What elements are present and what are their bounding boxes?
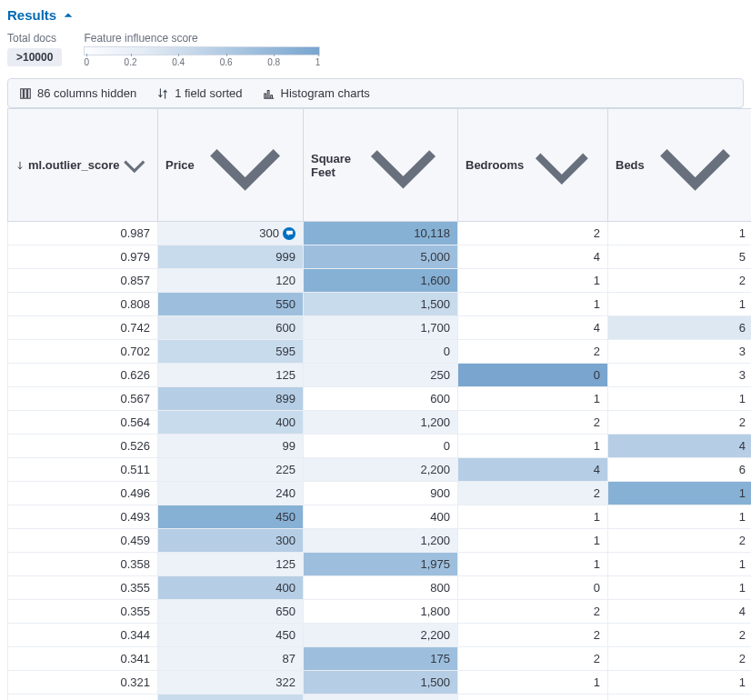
table-row[interactable]: 0.8571201,60012 bbox=[8, 269, 752, 293]
info-popover-button[interactable] bbox=[283, 227, 295, 240]
table-cell[interactable]: 400 bbox=[304, 505, 458, 529]
table-cell[interactable]: 175 bbox=[304, 647, 458, 671]
table-cell[interactable]: 120 bbox=[158, 269, 304, 293]
table-cell[interactable]: 3 bbox=[608, 340, 752, 364]
table-row[interactable]: 0.3418717522 bbox=[8, 647, 752, 671]
table-cell[interactable]: 450 bbox=[158, 624, 304, 647]
table-cell[interactable]: 400 bbox=[158, 576, 304, 600]
table-cell[interactable]: 999 bbox=[158, 245, 304, 269]
table-cell[interactable]: 1,700 bbox=[304, 316, 458, 340]
table-cell[interactable]: 4 bbox=[458, 316, 608, 340]
table-cell[interactable]: 5,000 bbox=[304, 245, 458, 269]
table-cell[interactable]: 1 bbox=[458, 505, 608, 529]
table-cell[interactable]: 1 bbox=[458, 293, 608, 316]
table-cell[interactable]: 2 bbox=[608, 529, 752, 553]
table-cell[interactable]: 0.358 bbox=[8, 553, 158, 576]
table-cell[interactable]: 2 bbox=[458, 600, 608, 624]
table-row[interactable]: 0.3213221,50011 bbox=[8, 671, 752, 695]
table-cell[interactable]: 2 bbox=[608, 624, 752, 647]
table-cell[interactable]: 900 bbox=[304, 482, 458, 505]
histogram-button[interactable]: Histogram charts bbox=[263, 86, 370, 100]
table-row[interactable]: 0.62612525003 bbox=[8, 364, 752, 387]
table-row[interactable]: 0.49624090021 bbox=[8, 482, 752, 505]
table-cell[interactable]: 240 bbox=[158, 482, 304, 505]
table-row[interactable]: 0.5644001,20022 bbox=[8, 411, 752, 435]
table-cell[interactable]: 4 bbox=[458, 245, 608, 269]
table-cell[interactable]: 0.702 bbox=[8, 340, 158, 364]
table-cell[interactable]: 4 bbox=[608, 435, 752, 458]
table-cell[interactable]: 4 bbox=[458, 458, 608, 482]
results-toggle[interactable]: Results bbox=[7, 7, 744, 23]
table-row[interactable]: 0.3556501,80024 bbox=[8, 600, 752, 624]
table-row[interactable]: 0.9799995,00045 bbox=[8, 245, 752, 269]
table-cell[interactable]: 125 bbox=[158, 553, 304, 576]
table-cell[interactable]: 0 bbox=[458, 576, 608, 600]
table-cell[interactable]: 1 bbox=[458, 529, 608, 553]
table-cell[interactable]: 0.742 bbox=[8, 316, 158, 340]
table-row[interactable]: 0.3444502,20022 bbox=[8, 624, 752, 647]
table-cell[interactable]: 0.355 bbox=[8, 600, 158, 624]
table-cell[interactable]: 595 bbox=[158, 340, 304, 364]
table-cell[interactable]: 0.496 bbox=[8, 482, 158, 505]
chevron-down-icon[interactable] bbox=[356, 118, 450, 212]
column-header-outlier[interactable]: ml.outlier_score bbox=[8, 109, 158, 222]
table-cell[interactable]: 1 bbox=[458, 435, 608, 458]
table-row[interactable]: 0.3581251,97511 bbox=[8, 553, 752, 576]
table-cell[interactable]: 1 bbox=[608, 671, 752, 695]
table-cell[interactable]: 400 bbox=[158, 411, 304, 435]
table-cell[interactable]: 4 bbox=[608, 600, 752, 624]
table-cell[interactable]: 1,200 bbox=[304, 529, 458, 553]
chevron-down-icon[interactable] bbox=[645, 115, 746, 215]
column-header-beds[interactable]: Beds bbox=[608, 109, 752, 222]
table-cell[interactable]: 600 bbox=[304, 387, 458, 411]
table-cell[interactable]: 2 bbox=[458, 340, 608, 364]
table-cell[interactable]: 239 bbox=[158, 695, 304, 700]
table-cell[interactable]: 0.626 bbox=[8, 364, 158, 387]
columns-hidden-button[interactable]: 86 columns hidden bbox=[19, 86, 136, 100]
table-cell[interactable]: 3 bbox=[608, 364, 752, 387]
table-cell[interactable]: 0.493 bbox=[8, 505, 158, 529]
table-cell[interactable]: 2 bbox=[458, 482, 608, 505]
table-cell[interactable]: 1 bbox=[608, 553, 752, 576]
table-cell[interactable]: 0.459 bbox=[8, 529, 158, 553]
table-cell[interactable]: 0.987 bbox=[8, 222, 158, 245]
table-cell[interactable]: 600 bbox=[158, 316, 304, 340]
table-cell[interactable]: 0.355 bbox=[8, 576, 158, 600]
table-cell[interactable]: 300 bbox=[158, 222, 304, 245]
table-cell[interactable]: 1,600 bbox=[304, 269, 458, 293]
table-cell[interactable]: 1 bbox=[458, 553, 608, 576]
table-cell[interactable]: 0 bbox=[458, 364, 608, 387]
table-cell[interactable]: 1,500 bbox=[304, 293, 458, 316]
table-cell[interactable]: 0.511 bbox=[8, 458, 158, 482]
table-row[interactable]: 0.5112252,20046 bbox=[8, 458, 752, 482]
table-cell[interactable]: 899 bbox=[158, 387, 304, 411]
table-cell[interactable]: 0 bbox=[304, 340, 458, 364]
table-cell[interactable]: 0.808 bbox=[8, 293, 158, 316]
table-cell[interactable]: 1 bbox=[608, 222, 752, 245]
table-cell[interactable]: 2 bbox=[458, 647, 608, 671]
table-cell[interactable]: 322 bbox=[158, 671, 304, 695]
table-cell[interactable]: 1 bbox=[458, 695, 608, 700]
column-header-price[interactable]: Price bbox=[158, 109, 304, 222]
table-cell[interactable]: 1 bbox=[608, 387, 752, 411]
table-cell[interactable]: 2 bbox=[608, 411, 752, 435]
table-cell[interactable]: 1,500 bbox=[304, 671, 458, 695]
table-cell[interactable]: 6 bbox=[608, 458, 752, 482]
table-cell[interactable]: 0.567 bbox=[8, 387, 158, 411]
column-header-bedrooms[interactable]: Bedrooms bbox=[458, 109, 608, 222]
table-cell[interactable]: 1 bbox=[608, 576, 752, 600]
table-row[interactable]: 0.8085501,50011 bbox=[8, 293, 752, 316]
table-cell[interactable]: 225 bbox=[158, 458, 304, 482]
table-cell[interactable]: 10,118 bbox=[304, 222, 458, 245]
table-cell[interactable]: 2 bbox=[608, 695, 752, 700]
table-cell[interactable]: 450 bbox=[158, 505, 304, 529]
table-cell[interactable]: 0.321 bbox=[8, 671, 158, 695]
table-row[interactable]: 0.49345040011 bbox=[8, 505, 752, 529]
table-cell[interactable]: 0 bbox=[304, 435, 458, 458]
table-cell[interactable]: 1,800 bbox=[304, 600, 458, 624]
table-cell[interactable]: 1 bbox=[458, 269, 608, 293]
table-cell[interactable]: 250 bbox=[304, 364, 458, 387]
table-cell[interactable]: 0.344 bbox=[8, 624, 158, 647]
table-cell[interactable]: 2 bbox=[458, 222, 608, 245]
column-header-sqft[interactable]: Square Feet bbox=[304, 109, 458, 222]
